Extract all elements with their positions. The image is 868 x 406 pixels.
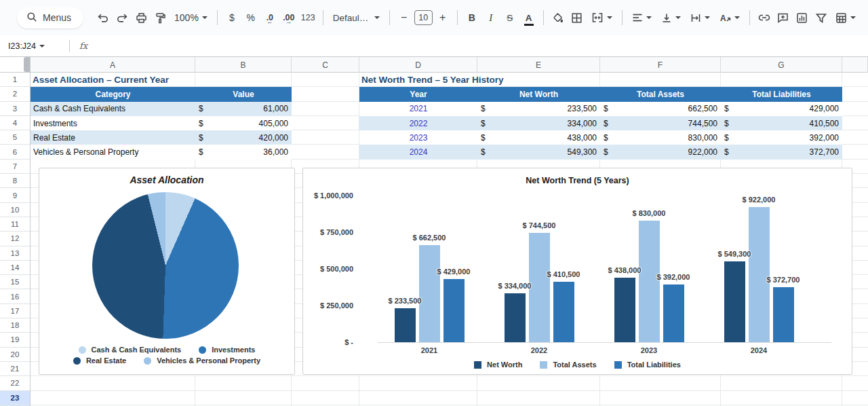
bold-button[interactable]: B <box>463 8 481 27</box>
table-row[interactable]: Investments$405,000 <box>31 116 292 130</box>
column-header-E[interactable]: E <box>477 57 600 73</box>
y-axis-tick: $ 1,000,000 <box>309 191 353 200</box>
asset-allocation-table: CategoryValueCash & Cash Equivalents$61,… <box>31 87 292 159</box>
money-cell: $438,000 <box>477 130 600 145</box>
table-row[interactable]: Cash & Cash Equivalents$61,000 <box>31 102 292 116</box>
column-header-F[interactable]: F <box>600 57 721 73</box>
menus-search-button[interactable]: Menus <box>17 7 83 29</box>
table-row[interactable]: 2024$549,300$922,000$372,700 <box>359 145 842 159</box>
row-header-17[interactable]: 17 <box>0 304 30 318</box>
row-header-4[interactable]: 4 <box>0 116 30 130</box>
chevron-down-icon <box>202 16 208 19</box>
row-header-21[interactable]: 21 <box>0 362 30 376</box>
horizontal-align-button[interactable] <box>628 8 656 27</box>
redo-button[interactable] <box>113 8 131 27</box>
table-row[interactable]: 2023$438,000$830,000$392,000 <box>359 130 842 145</box>
table-row[interactable]: 2022$334,000$744,500$410,500 <box>359 116 842 130</box>
row-header-20[interactable]: 20 <box>0 348 30 362</box>
increase-font-size-button[interactable]: + <box>434 8 452 27</box>
italic-button[interactable]: I <box>482 8 500 27</box>
fx-icon: fx <box>79 41 87 51</box>
net-worth-history-table: YearNet WorthTotal AssetsTotal Liabiliti… <box>359 87 842 159</box>
category-cell: Real Estate <box>31 130 195 145</box>
row-header-9[interactable]: 9 <box>0 188 30 202</box>
decrease-font-size-button[interactable]: − <box>395 8 413 27</box>
legend-swatch <box>614 361 622 369</box>
row-header-14[interactable]: 14 <box>0 261 30 275</box>
category-cell: Cash & Cash Equivalents <box>31 102 195 116</box>
text-wrap-button[interactable] <box>686 8 714 27</box>
legend-label: Investments <box>212 346 255 354</box>
column-header-C[interactable]: C <box>292 57 359 73</box>
money-cell: $830,000 <box>600 130 721 145</box>
row-header-15[interactable]: 15 <box>0 275 30 289</box>
table-row[interactable]: Real Estate$420,000 <box>31 130 292 145</box>
font-size-input[interactable]: 10 <box>414 10 433 25</box>
sheet-grid[interactable]: Asset Allocation – Current YearCategoryV… <box>31 73 868 406</box>
row-header-3[interactable]: 3 <box>0 102 30 116</box>
legend-label: Real Estate <box>86 356 126 365</box>
bar-legend: Net WorthTotal AssetsTotal Liabilities <box>309 361 846 369</box>
row-header-2[interactable]: 2 <box>0 87 30 101</box>
table-row[interactable]: Vehicles & Personal Property$36,000 <box>31 145 292 159</box>
text-rotation-button[interactable]: A <box>715 8 744 27</box>
create-filter-button[interactable] <box>812 8 830 27</box>
row-header-12[interactable]: 12 <box>0 232 30 246</box>
column-header-B[interactable]: B <box>195 57 292 73</box>
row-header-1[interactable]: 1 <box>0 73 30 87</box>
merge-cells-button[interactable] <box>587 8 616 27</box>
row-header-16[interactable]: 16 <box>0 289 30 303</box>
vertical-align-button[interactable] <box>657 8 685 27</box>
text-color-button[interactable]: A <box>520 8 538 27</box>
row-header-22[interactable]: 22 <box>0 376 30 390</box>
paint-format-icon[interactable] <box>151 8 169 27</box>
format-percent-button[interactable]: % <box>242 8 260 27</box>
more-formats-button[interactable]: 123 <box>299 8 317 27</box>
value-cell: $61,000 <box>195 102 292 116</box>
legend-swatch <box>474 361 481 369</box>
row-header-10[interactable]: 10 <box>0 203 30 217</box>
table-views-button[interactable] <box>831 8 860 27</box>
print-icon[interactable] <box>132 8 150 27</box>
format-currency-button[interactable]: $ <box>223 8 241 27</box>
column-header-D[interactable]: D <box>359 57 477 73</box>
bar-total-liabilities-2024 <box>773 287 794 342</box>
net-worth-bar-chart[interactable]: Net Worth Trend (5 Years)$ 1,000,000$ 75… <box>302 168 852 375</box>
font-select[interactable]: Defaul… <box>329 8 384 27</box>
column-header-A[interactable]: A <box>31 57 195 73</box>
asset-allocation-pie-chart[interactable]: Asset AllocationCash & Cash EquivalentsI… <box>39 168 295 375</box>
row-header-8[interactable]: 8 <box>0 174 30 188</box>
decrease-decimal-button[interactable]: .0← <box>261 8 279 27</box>
legend-item: Total Liabilities <box>614 361 681 369</box>
category-cell: Investments <box>31 116 195 130</box>
year-cell: 2022 <box>359 116 477 130</box>
select-all-corner[interactable] <box>0 57 31 73</box>
row-header-5[interactable]: 5 <box>0 130 30 145</box>
toolbar-divider <box>389 10 390 25</box>
pie-legend: Cash & Cash EquivalentsInvestmentsReal E… <box>45 346 289 365</box>
row-header-13[interactable]: 13 <box>0 246 30 261</box>
row-header-6[interactable]: 6 <box>0 145 30 159</box>
row-header-7[interactable]: 7 <box>0 160 30 174</box>
bar-data-label: $ 392,000 <box>636 273 711 281</box>
column-header-partial[interactable] <box>842 57 868 73</box>
row-header-23[interactable]: 23 <box>0 391 30 405</box>
fill-color-button[interactable] <box>549 8 567 27</box>
table-row[interactable]: 2021$233,500$662,500$429,000 <box>359 102 842 116</box>
legend-swatch <box>73 357 81 365</box>
row-header-19[interactable]: 19 <box>0 333 30 347</box>
increase-decimal-button[interactable]: .00→ <box>280 8 298 27</box>
strikethrough-button[interactable]: S <box>501 8 519 27</box>
insert-comment-button[interactable] <box>774 8 792 27</box>
borders-button[interactable] <box>568 8 586 27</box>
bar-data-label: $ 429,000 <box>416 267 491 276</box>
name-box[interactable]: I23:J24 <box>0 41 65 51</box>
row-header-18[interactable]: 18 <box>0 318 30 333</box>
undo-button[interactable] <box>94 8 112 27</box>
row-header-11[interactable]: 11 <box>0 217 30 232</box>
zoom-select[interactable]: 100% <box>170 8 212 27</box>
column-header-G[interactable]: G <box>721 57 842 73</box>
insert-chart-button[interactable] <box>793 8 811 27</box>
bar-data-label: $ 372,700 <box>746 276 821 284</box>
insert-link-button[interactable] <box>755 8 773 27</box>
